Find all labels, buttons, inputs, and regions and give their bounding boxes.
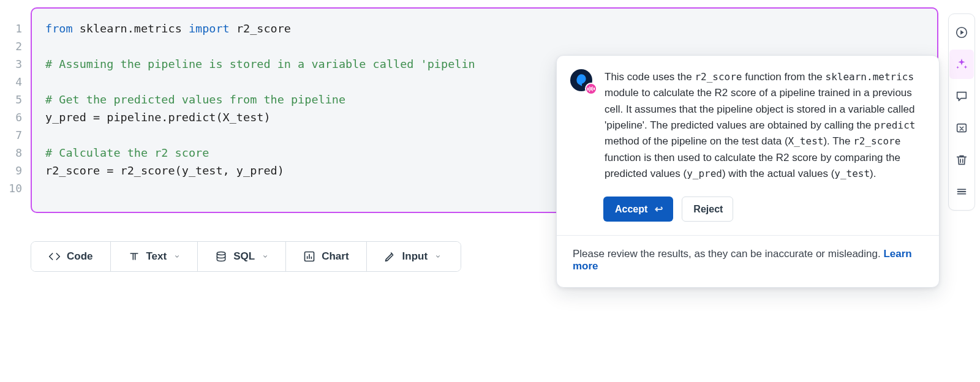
line-number: 1 <box>0 20 28 37</box>
assistant-avatar <box>570 69 594 92</box>
cell-side-rail <box>948 13 975 211</box>
add-chart-button[interactable]: Chart <box>286 242 366 271</box>
disclaimer-text: Please review the results, as they can b… <box>573 248 883 260</box>
line-number: 2 <box>0 37 28 55</box>
add-text-button[interactable]: Text <box>111 242 198 271</box>
cell-insert-toolbar: Code Text SQL Chart Input <box>31 241 461 272</box>
line-number: 6 <box>0 108 28 126</box>
toolbar-label: Code <box>67 250 93 263</box>
chevron-down-icon <box>435 253 441 260</box>
code-icon <box>48 250 61 263</box>
line-number-gutter: 12345678910 <box>0 7 28 197</box>
reject-button[interactable]: Reject <box>682 197 733 222</box>
code-line: from sklearn.metrics import r2_score <box>45 20 924 37</box>
button-label: Reject <box>693 204 723 215</box>
run-cell-button[interactable] <box>949 17 974 48</box>
toolbar-label: SQL <box>233 250 255 263</box>
shortcut-hint: ↩ <box>655 203 663 215</box>
svg-marker-3 <box>960 30 964 34</box>
chevron-down-icon <box>262 253 268 260</box>
line-number: 7 <box>0 126 28 144</box>
assistant-explanation: This code uses the r2_score function fro… <box>605 69 923 182</box>
ai-assistant-panel: This code uses the r2_score function fro… <box>556 55 940 288</box>
ai-assistant-button[interactable] <box>949 50 974 79</box>
accept-button[interactable]: Accept ↩ <box>603 197 673 222</box>
assistant-actions: Accept ↩ Reject <box>557 197 939 235</box>
line-number: 9 <box>0 162 28 179</box>
chart-icon <box>303 250 315 263</box>
line-number: 5 <box>0 91 28 108</box>
pencil-icon <box>384 250 396 263</box>
svg-point-0 <box>217 252 225 255</box>
text-icon <box>128 250 140 263</box>
delete-cell-button[interactable] <box>949 144 974 176</box>
comment-button[interactable] <box>949 80 974 112</box>
line-number: 4 <box>0 73 28 91</box>
assistant-disclaimer: Please review the results, as they can b… <box>557 235 939 287</box>
toolbar-label: Chart <box>322 250 349 263</box>
button-label: Accept <box>615 204 647 215</box>
add-code-button[interactable]: Code <box>31 242 111 271</box>
add-sql-button[interactable]: SQL <box>198 242 286 271</box>
line-number: 3 <box>0 55 28 73</box>
variable-inspector-button[interactable] <box>949 112 974 144</box>
line-number: 8 <box>0 144 28 162</box>
sql-icon <box>215 250 227 263</box>
toolbar-label: Input <box>402 250 428 263</box>
more-actions-button[interactable] <box>949 176 974 208</box>
line-number: 10 <box>0 179 28 197</box>
chevron-down-icon <box>174 253 180 260</box>
toolbar-label: Text <box>146 250 167 263</box>
voice-badge-icon <box>585 83 597 95</box>
code-line <box>45 37 924 55</box>
add-input-button[interactable]: Input <box>367 242 461 271</box>
